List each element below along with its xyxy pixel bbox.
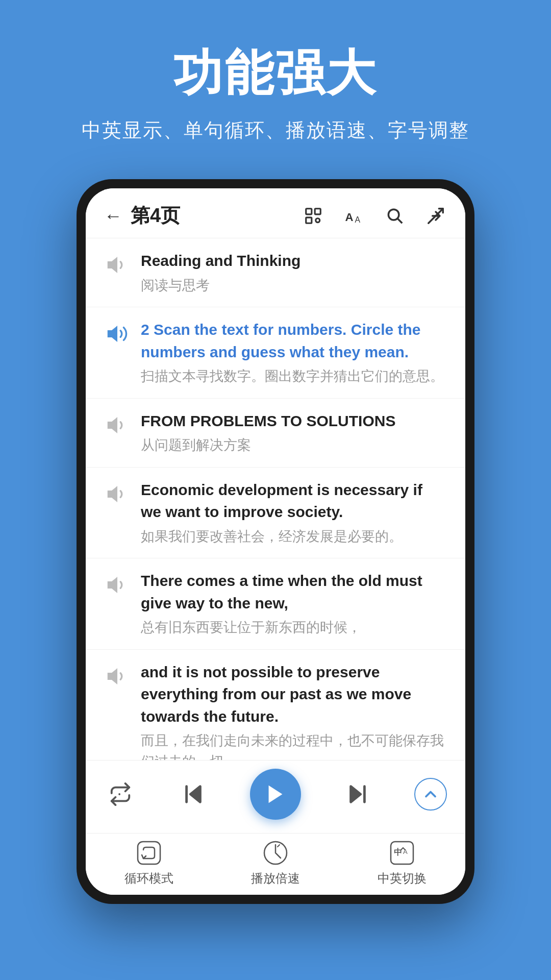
item-english: and it is not possible to preserve every… [141,661,447,728]
sound-icon[interactable] [104,481,131,507]
svg-marker-13 [109,579,117,592]
previous-button[interactable] [177,778,210,811]
list-item[interactable]: There comes a time when the old must giv… [86,558,465,650]
scroll-up-button[interactable] [414,778,447,811]
next-button[interactable] [341,778,374,811]
item-english: FROM PROBLEMS TO SOLUTIONS [141,410,447,432]
search-icon[interactable] [384,205,406,227]
item-text: Reading and Thinking 阅读与思考 [141,250,447,296]
loop-mode-icon [135,839,163,867]
page-label: 第4页 [131,203,302,229]
main-title: 功能强大 [20,41,531,107]
item-chinese: 从问题到解决方案 [141,435,447,456]
svg-point-6 [388,209,399,220]
list-item[interactable]: FROM PROBLEMS TO SOLUTIONS 从问题到解决方案 [86,399,465,468]
nav-lang-switch[interactable]: 中 A 中英切换 [339,839,465,887]
list-item[interactable]: 2 Scan the text for numbers. Circle the … [86,307,465,399]
svg-marker-11 [109,419,117,431]
svg-line-7 [398,218,403,223]
play-speed-icon [261,839,290,867]
svg-rect-0 [306,208,312,214]
svg-marker-20 [351,787,361,802]
content-list: Reading and Thinking 阅读与思考 2 Scan the te… [86,238,465,760]
svg-line-8 [429,208,443,223]
item-english: There comes a time when the old must giv… [141,570,447,614]
list-item[interactable]: Economic development is necessary if we … [86,468,465,559]
item-chinese: 总有旧东西要让位于新东西的时候， [141,617,447,638]
page-header: 功能强大 中英显示、单句循环、播放语速、字号调整 [0,0,551,164]
list-item[interactable]: and it is not possible to preserve every… [86,650,465,761]
sub-title: 中英显示、单句循环、播放语速、字号调整 [20,117,531,143]
item-chinese: 如果我们要改善社会，经济发展是必要的。 [141,526,447,547]
svg-marker-10 [109,328,117,340]
item-english: Reading and Thinking [141,250,447,272]
bottom-nav: 循环模式 播放倍速 中 A [86,833,465,895]
back-button[interactable]: ← [104,205,122,227]
sound-icon[interactable] [104,663,131,690]
loop-mode-label: 循环模式 [124,870,173,887]
item-chinese: 而且，在我们走向未来的过程中，也不可能保存我们过去的一切。 [141,730,447,760]
item-text: Economic development is necessary if we … [141,479,447,547]
sound-icon[interactable] [104,321,131,347]
svg-marker-9 [109,259,117,272]
font-size-icon[interactable]: A A [343,205,365,227]
lang-switch-icon: 中 A [388,839,416,867]
lang-switch-label: 中英切换 [378,870,427,887]
item-english: 2 Scan the text for numbers. Circle the … [141,318,447,363]
topbar-icons: A A [302,205,447,227]
svg-text:A: A [355,215,361,224]
svg-marker-17 [190,787,200,802]
list-item[interactable]: Reading and Thinking 阅读与思考 [86,238,465,307]
settings-icon[interactable] [302,205,324,227]
play-button[interactable] [250,769,301,820]
item-text: 2 Scan the text for numbers. Circle the … [141,318,447,387]
svg-marker-14 [109,670,117,682]
svg-point-3 [316,218,320,222]
item-chinese: 阅读与思考 [141,275,447,296]
share-icon[interactable] [424,205,447,227]
svg-rect-2 [306,217,312,223]
player-bar [86,760,465,833]
sound-icon[interactable] [104,572,131,598]
svg-marker-12 [109,487,117,500]
sound-icon[interactable] [104,412,131,438]
svg-rect-1 [315,208,320,214]
svg-marker-19 [269,786,283,803]
item-chinese: 扫描文本寻找数字。圈出数字并猜出它们的意思。 [141,366,447,387]
app-topbar: ← 第4页 A A [86,188,465,238]
svg-text:A: A [345,210,354,223]
item-text: FROM PROBLEMS TO SOLUTIONS 从问题到解决方案 [141,410,447,456]
player-controls [104,769,447,820]
item-english: Economic development is necessary if we … [141,479,447,523]
nav-loop-mode[interactable]: 循环模式 [86,839,212,887]
sound-icon[interactable] [104,252,131,278]
loop-sentence-button[interactable] [104,778,137,811]
item-text: and it is not possible to preserve every… [141,661,447,761]
item-text: There comes a time when the old must giv… [141,570,447,638]
phone-screen: ← 第4页 A A [86,188,465,895]
svg-rect-22 [138,842,160,864]
svg-text:中: 中 [394,848,402,856]
play-speed-label: 播放倍速 [251,870,300,887]
phone-mockup: ← 第4页 A A [77,179,474,904]
nav-play-speed[interactable]: 播放倍速 [212,839,339,887]
